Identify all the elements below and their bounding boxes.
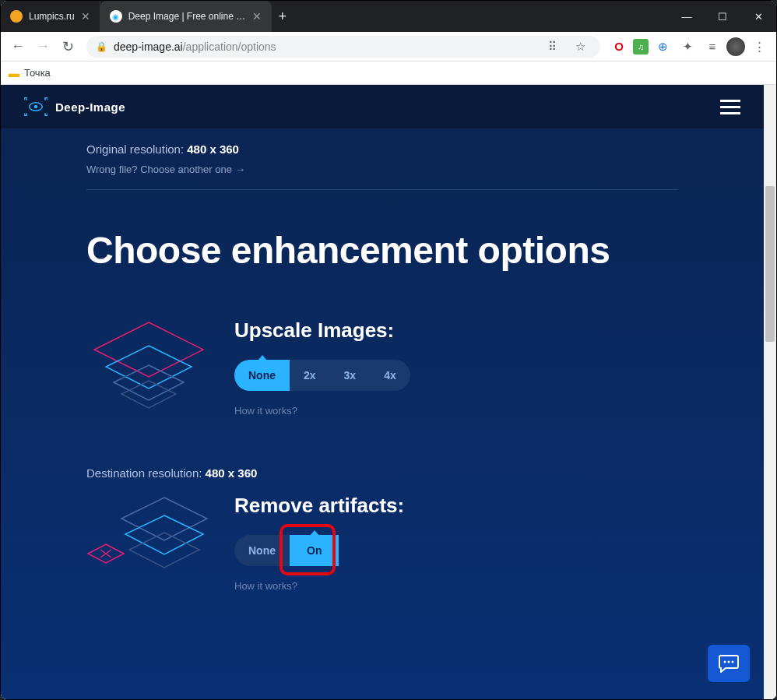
- maximize-button[interactable]: ☐: [705, 1, 740, 32]
- music-icon[interactable]: ♫: [633, 39, 649, 55]
- main-content: Original resolution: 480 x 360 Wrong fil…: [1, 128, 764, 649]
- content-area: Deep-Image Original resolution: 480 x 36…: [1, 85, 776, 699]
- upscale-illustration: [86, 318, 211, 427]
- translate-icon[interactable]: ⠿: [541, 36, 563, 58]
- page-title: Choose enhancement options: [86, 229, 678, 272]
- artifacts-on-button[interactable]: On: [290, 535, 339, 566]
- toolbar: ← → ↻ 🔒 deep-image.ai/application/option…: [1, 32, 776, 62]
- menu-icon[interactable]: ⋮: [748, 36, 770, 58]
- upscale-none-button[interactable]: None: [234, 360, 290, 391]
- opera-icon[interactable]: O: [608, 36, 630, 58]
- svg-point-13: [728, 661, 730, 663]
- site-header: Deep-Image: [1, 85, 764, 128]
- back-button[interactable]: ←: [7, 36, 29, 58]
- extensions-icon[interactable]: ✦: [677, 36, 698, 58]
- svg-point-1: [34, 105, 38, 109]
- upscale-heading: Upscale Images:: [234, 318, 678, 343]
- scrollbar[interactable]: [764, 85, 776, 699]
- globe-icon[interactable]: ⊕: [652, 36, 673, 58]
- logo-icon: [24, 97, 47, 116]
- url-text: deep-image.ai/application/options: [114, 40, 535, 53]
- upscale-section: Upscale Images: None 2x 3x 4x How it wor…: [86, 318, 678, 427]
- close-icon[interactable]: ✕: [252, 10, 262, 23]
- artifacts-section: Remove artifacts: None On How it works?: [86, 494, 678, 603]
- artifacts-buttons: None On: [234, 535, 678, 566]
- star-icon[interactable]: ☆: [569, 36, 591, 58]
- svg-point-12: [724, 661, 726, 663]
- chat-button[interactable]: [708, 645, 750, 682]
- chat-icon: [718, 654, 740, 673]
- artifacts-none-button[interactable]: None: [234, 535, 290, 566]
- svg-marker-6: [121, 498, 207, 540]
- avatar[interactable]: [726, 37, 745, 56]
- wrong-file-link[interactable]: Wrong file? Choose another one→: [86, 164, 678, 190]
- artifacts-how-link[interactable]: How it works?: [234, 580, 678, 592]
- artifacts-heading: Remove artifacts:: [234, 494, 678, 518]
- brand-text: Deep-Image: [55, 100, 125, 114]
- reload-button[interactable]: ↻: [57, 36, 79, 58]
- favicon-lumpics: [10, 10, 23, 23]
- page: Deep-Image Original resolution: 480 x 36…: [1, 85, 764, 699]
- minimize-button[interactable]: —: [669, 1, 705, 32]
- tab-deepimage[interactable]: ◉ Deep Image | Free online upscale ✕: [100, 1, 272, 32]
- list-icon[interactable]: ≡: [701, 36, 723, 58]
- window-controls: — ☐ ✕: [669, 1, 776, 32]
- site-logo[interactable]: Deep-Image: [24, 97, 125, 116]
- destination-resolution: Destination resolution: 480 x 360: [86, 466, 678, 480]
- browser-window: Lumpics.ru ✕ ◉ Deep Image | Free online …: [0, 0, 777, 700]
- upscale-3x-button[interactable]: 3x: [330, 360, 371, 391]
- forward-button[interactable]: →: [32, 36, 54, 58]
- scrollbar-thumb[interactable]: [765, 186, 775, 342]
- url-bar[interactable]: 🔒 deep-image.ai/application/options ⠿ ☆: [86, 36, 600, 58]
- new-tab-button[interactable]: +: [272, 1, 294, 32]
- folder-icon: ▬: [9, 67, 19, 79]
- bookmark-tochka[interactable]: Точка: [24, 67, 51, 79]
- favicon-deepimage: ◉: [110, 10, 122, 23]
- upscale-4x-button[interactable]: 4x: [370, 360, 410, 391]
- tab-lumpics[interactable]: Lumpics.ru ✕: [1, 1, 100, 32]
- original-resolution: Original resolution: 480 x 360: [86, 142, 678, 156]
- svg-marker-8: [129, 533, 199, 568]
- svg-marker-7: [125, 515, 203, 554]
- titlebar: Lumpics.ru ✕ ◉ Deep Image | Free online …: [1, 1, 776, 32]
- upscale-buttons: None 2x 3x 4x: [234, 360, 678, 391]
- upscale-2x-button[interactable]: 2x: [290, 360, 330, 391]
- upscale-how-link[interactable]: How it works?: [234, 405, 678, 417]
- svg-marker-3: [106, 346, 192, 389]
- svg-marker-5: [121, 381, 176, 408]
- close-icon[interactable]: ✕: [81, 10, 90, 23]
- hamburger-menu[interactable]: [720, 100, 740, 114]
- tab-title: Deep Image | Free online upscale: [128, 11, 246, 22]
- tab-title: Lumpics.ru: [29, 11, 75, 22]
- close-button[interactable]: ✕: [740, 1, 776, 32]
- tabs-strip: Lumpics.ru ✕ ◉ Deep Image | Free online …: [1, 1, 669, 32]
- artifacts-illustration: [86, 494, 211, 603]
- lock-icon: 🔒: [96, 41, 107, 52]
- bookmarks-bar: ▬ Точка: [1, 62, 776, 85]
- svg-point-14: [732, 661, 734, 663]
